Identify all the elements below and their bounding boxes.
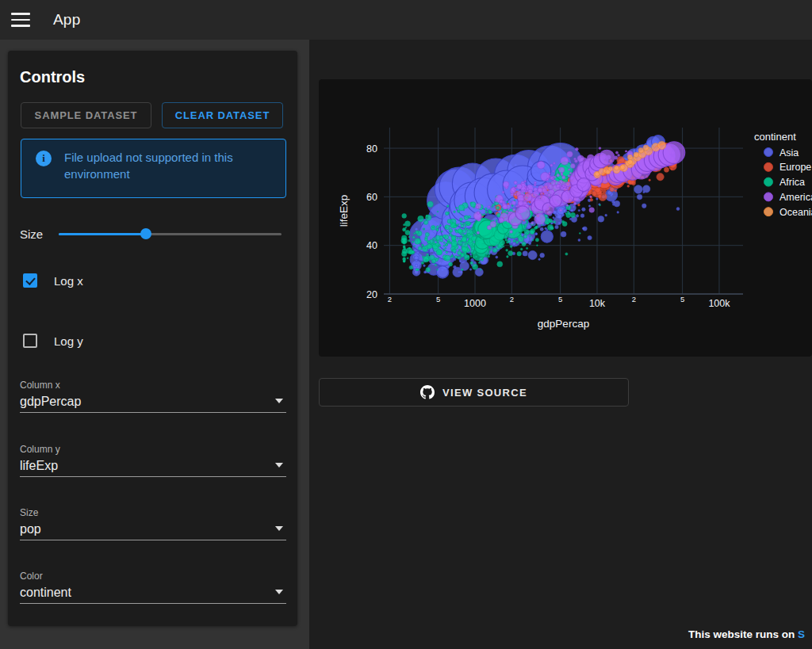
- svg-text:60: 60: [366, 192, 377, 203]
- column-y-select[interactable]: Column y lifeExp: [20, 444, 286, 473]
- select-underline: [20, 412, 286, 413]
- chart-card: 2510002510k25100k20406080gdpPercaplifeEx…: [319, 79, 812, 357]
- series-americas: [473, 142, 685, 235]
- app-window: App Controls SAMPLE DATASET CLEAR DATASE…: [0, 0, 812, 649]
- size-slider-label: Size: [20, 227, 47, 241]
- column-x-select[interactable]: Column x gdpPercap: [20, 380, 286, 409]
- hamburger-menu-icon[interactable]: [11, 13, 30, 27]
- select-underline: [20, 476, 286, 477]
- svg-text:Asia: Asia: [779, 147, 799, 158]
- legend-title: continent: [754, 131, 796, 143]
- size-slider[interactable]: [59, 228, 282, 239]
- select-value: gdpPercap: [20, 395, 286, 409]
- select-label: Color: [20, 571, 286, 582]
- svg-text:Europe: Europe: [779, 162, 811, 173]
- legend-item-europe[interactable]: Europe: [764, 162, 812, 173]
- legend-item-africa[interactable]: Africa: [764, 177, 806, 188]
- select-label: Column y: [20, 444, 286, 455]
- slider-fill: [59, 233, 146, 236]
- select-value: lifeExp: [20, 459, 286, 473]
- legend-item-asia[interactable]: Asia: [764, 147, 799, 158]
- svg-text:Africa: Africa: [779, 177, 805, 188]
- sidebar: Controls SAMPLE DATASET CLEAR DATASET i …: [0, 40, 309, 649]
- info-icon: i: [36, 151, 52, 166]
- svg-text:20: 20: [366, 289, 377, 300]
- svg-text:2: 2: [632, 295, 636, 304]
- controls-title: Controls: [20, 68, 85, 86]
- clear-dataset-button[interactable]: CLEAR DATASET: [162, 102, 283, 128]
- bubble-chart[interactable]: 2510002510k25100k20406080gdpPercaplifeEx…: [319, 79, 812, 357]
- svg-text:100k: 100k: [708, 298, 730, 309]
- app-bar: App: [0, 0, 812, 40]
- select-underline: [20, 540, 286, 540]
- chevron-down-icon[interactable]: [275, 399, 283, 403]
- chevron-down-icon[interactable]: [275, 463, 283, 468]
- svg-text:5: 5: [436, 295, 440, 304]
- svg-text:5: 5: [558, 295, 562, 304]
- select-value: pop: [20, 522, 286, 536]
- size-slider-row: Size: [20, 226, 285, 242]
- svg-text:gdpPercap: gdpPercap: [538, 318, 589, 330]
- svg-text:10k: 10k: [589, 298, 606, 309]
- legend-item-oceania[interactable]: Oceania: [764, 207, 812, 218]
- svg-text:5: 5: [680, 295, 684, 304]
- color-select[interactable]: Color continent: [20, 571, 286, 600]
- svg-text:2: 2: [510, 295, 514, 304]
- chevron-down-icon[interactable]: [275, 590, 283, 594]
- footer-prefix: This website runs on: [688, 628, 798, 640]
- size-select[interactable]: Size pop: [20, 507, 286, 536]
- legend-item-americas[interactable]: Americas: [764, 192, 812, 203]
- chevron-down-icon[interactable]: [275, 526, 283, 531]
- slider-thumb[interactable]: [140, 228, 151, 239]
- select-label: Column x: [20, 380, 286, 391]
- svg-text:80: 80: [366, 143, 377, 155]
- svg-text:lifeExp: lifeExp: [338, 195, 350, 227]
- svg-text:2: 2: [388, 295, 392, 304]
- log-x-checkbox[interactable]: Log x: [23, 273, 83, 288]
- log-y-label: Log y: [54, 334, 83, 348]
- svg-text:Oceania: Oceania: [779, 207, 812, 218]
- svg-text:Americas: Americas: [779, 192, 812, 203]
- controls-card: Controls SAMPLE DATASET CLEAR DATASET i …: [8, 51, 297, 626]
- checkbox-icon[interactable]: [23, 334, 37, 348]
- checkbox-icon[interactable]: [23, 273, 37, 288]
- select-value: continent: [20, 586, 286, 600]
- view-source-button[interactable]: VIEW SOURCE: [319, 378, 629, 407]
- footer-link[interactable]: S: [798, 628, 805, 640]
- log-y-checkbox[interactable]: Log y: [23, 334, 83, 348]
- sample-dataset-button[interactable]: SAMPLE DATASET: [21, 102, 151, 128]
- select-underline: [20, 603, 286, 604]
- dataset-button-row: SAMPLE DATASET CLEAR DATASET: [21, 102, 285, 128]
- select-label: Size: [20, 507, 286, 518]
- svg-text:1000: 1000: [464, 298, 486, 309]
- chart-legend: AsiaEuropeAfricaAmericasOceania: [764, 147, 812, 218]
- info-alert: i File upload not supported in this envi…: [21, 139, 286, 198]
- footer-text: This website runs on S: [688, 628, 805, 640]
- app-title: App: [53, 11, 80, 29]
- log-x-label: Log x: [54, 274, 83, 288]
- svg-text:40: 40: [366, 240, 377, 251]
- view-source-label: VIEW SOURCE: [442, 387, 527, 399]
- main-pane: 2510002510k25100k20406080gdpPercaplifeEx…: [309, 40, 812, 649]
- github-icon: [420, 385, 435, 399]
- info-alert-text: File upload not supported in this enviro…: [64, 149, 274, 182]
